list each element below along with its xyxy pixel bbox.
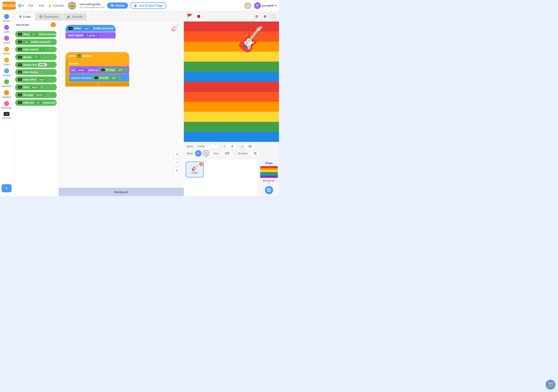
tutorials-button[interactable]: 💡 Tutorials	[48, 4, 64, 7]
stage-mini-preview[interactable]	[260, 166, 278, 178]
sidebar-item-events[interactable]: Events	[0, 46, 13, 56]
normal-view-button[interactable]: ⊟	[253, 13, 261, 19]
sprite-delete-button[interactable]: ✕	[199, 163, 203, 166]
sprites-list: ✕ 🎸 Guitar 🐱	[184, 160, 259, 196]
y-label: y	[242, 145, 243, 148]
dropdown-moved[interactable]	[39, 48, 44, 51]
sidebar-item-operators[interactable]: Operators	[0, 78, 13, 88]
block-tilted-bool[interactable]: mb tilted any ?	[15, 84, 57, 90]
microbit-icon-9: mb	[18, 94, 22, 96]
show-hidden-button[interactable]: 🚫	[203, 150, 209, 157]
dropdown-tilt-dir[interactable]: any	[37, 78, 47, 81]
dropdown-pitch[interactable]: pitch ▾	[76, 69, 87, 72]
show-visible-button[interactable]: 👁	[195, 150, 201, 157]
tab-code[interactable]: ⚙ Code	[15, 13, 35, 20]
project-avatar: 🐱	[68, 2, 76, 10]
add-extension-button[interactable]: +	[2, 184, 12, 192]
stage-controls: 🚩 ⏹ ⊟ ⊞ ⛶	[184, 11, 279, 22]
hello-input[interactable]: Hello!	[38, 63, 47, 66]
backpack-bar[interactable]: Backpack	[59, 188, 184, 196]
motion-label: Motion	[3, 20, 10, 22]
dropdown-any[interactable]: any ▾	[82, 27, 92, 30]
dropdown-button-a2[interactable]: A	[23, 40, 30, 44]
edit-menu[interactable]: Edit	[37, 3, 46, 8]
zoom-out-button[interactable]: −	[173, 159, 181, 166]
microbit-label: micro:bit	[2, 117, 11, 119]
microbit-chip: mb	[4, 112, 9, 116]
tab-sounds[interactable]: 🔊 Sounds	[63, 13, 87, 20]
forever-body: set pitch ▾ effect to mb tilt angle righ…	[69, 66, 129, 82]
sidebar-item-motion[interactable]: Motion	[0, 13, 13, 23]
warning-badge: !	[51, 22, 56, 27]
dropdown-right-1[interactable]: right ▾	[116, 69, 125, 71]
file-menu[interactable]: File	[26, 3, 35, 8]
sprite-thumb-guitar[interactable]: ✕ 🎸 Guitar	[186, 162, 204, 177]
block-display-text[interactable]: mb display text Hello!	[15, 62, 57, 68]
mb-icon-g1: mb	[68, 27, 73, 30]
stage-right-column: Stage Backdrops 1 🖼	[259, 160, 279, 196]
big-view-button[interactable]: ⊞	[261, 13, 269, 19]
green-flag-button[interactable]: 🚩	[186, 13, 193, 20]
stop-button[interactable]: ⏹	[195, 13, 202, 20]
code-area: 🎸 mb when any ▾ button pressed start s	[59, 20, 184, 196]
category-sidebar: Motion Looks Sound Events Control Sensin…	[0, 11, 13, 196]
x-input[interactable]	[226, 144, 237, 149]
sidebar-item-sensing[interactable]: Sensing	[0, 68, 13, 78]
sprite-name-input[interactable]	[195, 144, 218, 149]
block-when-moved[interactable]: mb when moved	[15, 46, 57, 52]
sidebar-item-sound[interactable]: Sound	[0, 35, 13, 45]
dropdown-button-a[interactable]: A	[31, 33, 38, 36]
block-when-clicked[interactable]: when 🚩 clicked	[66, 52, 129, 60]
sidebar-item-myblocks[interactable]: My Blocks	[0, 100, 13, 110]
microbit-icon-7: mb	[18, 78, 22, 81]
dropdown-right-2[interactable]: right ▾	[110, 76, 119, 79]
zoom-in-button[interactable]: +	[173, 151, 181, 158]
block-start-sound[interactable]: start sound C guitar ▾	[66, 32, 116, 39]
block-clear-display[interactable]: mb clear display	[15, 69, 57, 75]
dropdown-tilt-angle[interactable]: front	[35, 93, 45, 96]
sidebar-item-looks[interactable]: Looks	[0, 24, 13, 34]
sidebar-item-variables[interactable]: Variables	[0, 89, 13, 99]
folder-icon[interactable]: 📁	[244, 2, 251, 9]
direction-input[interactable]	[250, 151, 260, 156]
dropdown-c-guitar[interactable]: C guitar ▾	[84, 34, 99, 37]
y-icon: ↕	[240, 145, 241, 148]
globe-icon: 🌐	[18, 4, 22, 7]
dropdown-pin[interactable]: 0	[35, 101, 42, 104]
code-canvas: 🎸 mb when any ▾ button pressed start s	[59, 20, 184, 188]
block-forever[interactable]: forever set pitch ▾ effect to mb	[66, 60, 129, 87]
block-when-pin[interactable]: mb when pin 0 connected	[15, 99, 57, 106]
scratch-logo[interactable]: Scratch	[2, 2, 16, 10]
size-label: Size	[214, 152, 218, 155]
sidebar-item-microbit[interactable]: mb micro:bit	[0, 111, 13, 120]
block-set-pitch[interactable]: set pitch ▾ effect to mb tilt angle righ…	[69, 66, 129, 74]
remix-button[interactable]: 🔄 Remix	[107, 2, 128, 9]
see-project-button[interactable]: 🔊 See Project Page	[130, 2, 166, 9]
sidebar-item-control[interactable]: Control	[0, 57, 13, 67]
stage-panel-label: Stage	[265, 162, 273, 165]
block-when-tilted[interactable]: mb when tilted any	[15, 76, 57, 83]
tab-costumes[interactable]: 🎨 Costumes	[35, 13, 62, 20]
fullscreen-button[interactable]: ⛶	[270, 13, 277, 19]
block-point-in-direction[interactable]: point in direction mb tilt angle right ▾	[69, 74, 129, 82]
block-tilt-angle[interactable]: mb tilt angle front	[15, 92, 57, 98]
dropdown-display-icon[interactable]: ⠿	[33, 55, 40, 59]
block-group-2: when 🚩 clicked forever set	[66, 52, 129, 87]
block-when-a-pressed[interactable]: mb when A button pressed	[15, 31, 57, 37]
tilt-angle-reporter-2: mb tilt angle right ▾	[93, 76, 120, 80]
sensing-dot	[4, 69, 9, 73]
zoom-reset-button[interactable]: =	[173, 167, 181, 174]
y-input[interactable]	[244, 144, 255, 149]
block-when-any-pressed[interactable]: mb when any ▾ button pressed	[66, 25, 116, 32]
add-backdrop-button[interactable]: 🖼	[265, 186, 273, 194]
block-group-1: mb when any ▾ button pressed start sound…	[66, 25, 116, 39]
user-menu[interactable]: P pureph8 ▾	[254, 2, 277, 9]
looks-dot	[4, 25, 9, 30]
size-input[interactable]	[221, 151, 233, 156]
backdrops-count: 1	[263, 182, 275, 185]
block-a-pressed-bool[interactable]: mb A button pressed?	[15, 39, 57, 45]
language-selector[interactable]: 🌐 ▾	[18, 4, 24, 7]
block-display[interactable]: mb display ⠿	[15, 54, 57, 60]
dropdown-tilt2[interactable]: any	[30, 86, 40, 89]
sprite-name: micro:bit	[16, 23, 29, 26]
